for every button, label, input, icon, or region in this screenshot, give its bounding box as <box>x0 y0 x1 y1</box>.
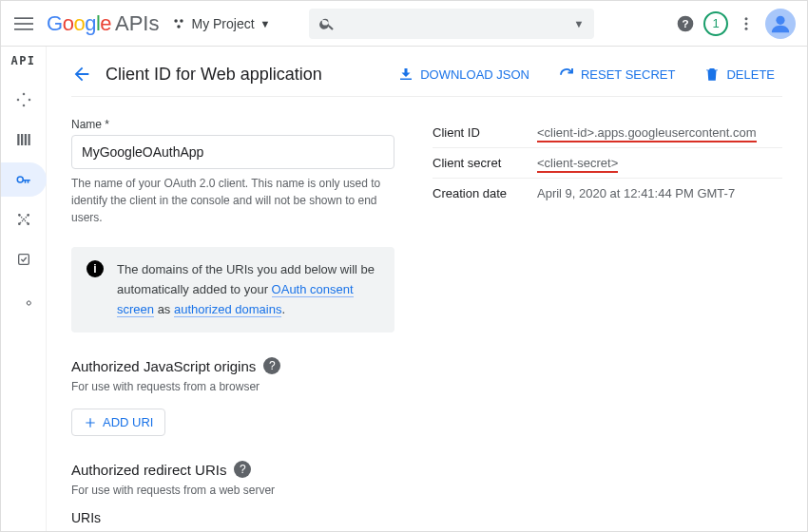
project-icon <box>172 17 185 30</box>
info-box: i The domains of the URIs you add below … <box>71 247 394 332</box>
svg-rect-15 <box>28 134 29 145</box>
search-input[interactable] <box>336 16 574 31</box>
client-secret-label: Client secret <box>433 156 537 170</box>
sidebar-logo: API <box>10 54 35 67</box>
menu-icon[interactable] <box>12 12 35 35</box>
top-bar: Google APIs My Project ▼ ▼ ? 1 <box>1 1 807 47</box>
client-secret-value: <client-secret> <box>537 156 618 170</box>
more-icon[interactable] <box>731 9 761 39</box>
creation-date-row: Creation date April 9, 2020 at 12:41:44 … <box>433 179 782 208</box>
search-icon <box>318 15 336 32</box>
svg-rect-13 <box>21 134 23 145</box>
search-box[interactable]: ▼ <box>309 9 594 39</box>
js-origins-sub: For use with requests from a browser <box>71 380 394 393</box>
uris-label: URIs <box>71 510 394 525</box>
svg-rect-1 <box>14 23 33 25</box>
page-title: Client ID for Web application <box>106 65 376 85</box>
svg-rect-21 <box>18 255 29 265</box>
sidebar-item-library[interactable] <box>5 123 43 157</box>
info-text: The domains of the URIs you add below wi… <box>117 260 379 319</box>
apis-label: APIs <box>115 11 159 36</box>
svg-rect-12 <box>17 134 19 145</box>
reset-secret-button[interactable]: RESET SECRET <box>550 62 683 86</box>
delete-button[interactable]: DELETE <box>696 62 782 86</box>
svg-text:?: ? <box>682 17 688 29</box>
trash-icon <box>703 66 721 83</box>
svg-point-3 <box>175 19 179 23</box>
download-icon <box>397 66 414 83</box>
chevron-down-icon[interactable]: ▼ <box>574 18 585 29</box>
svg-point-20 <box>28 223 29 224</box>
svg-rect-0 <box>14 17 33 19</box>
project-name: My Project <box>191 16 254 31</box>
name-help: The name of your OAuth 2.0 client. This … <box>71 175 394 226</box>
js-origins-title: Authorized JavaScript origins ? <box>71 357 394 374</box>
svg-point-8 <box>745 17 748 20</box>
sidebar: API <box>1 47 47 531</box>
chevron-down-icon: ▼ <box>260 18 271 29</box>
download-json-button[interactable]: DOWNLOAD JSON <box>390 62 537 86</box>
redirect-uris-title: Authorized redirect URIs ? <box>71 461 394 478</box>
sidebar-item-settings[interactable] <box>5 282 43 316</box>
page-header: Client ID for Web application DOWNLOAD J… <box>71 62 782 97</box>
svg-rect-2 <box>14 28 33 30</box>
project-selector[interactable]: My Project ▼ <box>172 16 270 31</box>
sidebar-item-consent[interactable] <box>5 202 43 237</box>
google-logo: Google <box>47 11 111 36</box>
plus-icon <box>84 416 97 429</box>
add-uri-button[interactable]: ADD URI <box>71 408 165 436</box>
client-id-value: <client-id>.apps.googleusercontent.com <box>537 125 757 140</box>
help-icon[interactable]: ? <box>234 461 251 478</box>
svg-point-9 <box>745 22 748 25</box>
creation-date-label: Creation date <box>433 186 537 200</box>
name-label: Name * <box>71 118 394 131</box>
client-id-row: Client ID <client-id>.apps.googleusercon… <box>433 118 782 148</box>
sidebar-item-domain[interactable] <box>5 242 43 276</box>
svg-point-11 <box>776 15 784 24</box>
svg-point-19 <box>18 223 19 224</box>
svg-point-16 <box>17 177 23 182</box>
svg-rect-14 <box>24 134 26 145</box>
sidebar-item-dashboard[interactable] <box>5 83 43 117</box>
svg-point-5 <box>178 25 182 28</box>
name-input[interactable] <box>71 135 394 169</box>
client-secret-row: Client secret <client-secret> <box>433 148 782 179</box>
help-icon[interactable]: ? <box>263 357 280 374</box>
sidebar-item-credentials[interactable] <box>1 162 47 197</box>
svg-point-22 <box>27 301 30 305</box>
client-id-label: Client ID <box>433 125 537 140</box>
main-content: Client ID for Web application DOWNLOAD J… <box>47 47 807 531</box>
notification-badge[interactable]: 1 <box>701 9 731 39</box>
authorized-domains-link[interactable]: authorized domains <box>174 302 281 317</box>
refresh-icon <box>558 66 575 83</box>
avatar[interactable] <box>765 9 796 39</box>
svg-point-10 <box>745 27 748 29</box>
help-icon[interactable]: ? <box>670 9 701 39</box>
info-icon: i <box>87 260 104 277</box>
creation-date-value: April 9, 2020 at 12:41:44 PM GMT-7 <box>537 186 735 200</box>
redirect-uris-sub: For use with requests from a web server <box>71 484 394 497</box>
svg-point-4 <box>181 19 184 23</box>
back-arrow-icon[interactable] <box>71 64 92 85</box>
